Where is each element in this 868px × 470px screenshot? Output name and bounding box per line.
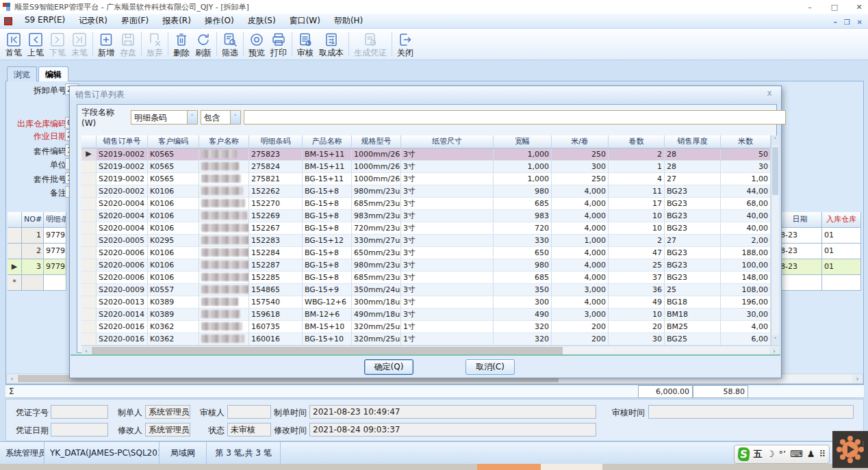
voucher-field-1-3[interactable]: 2021-08-24 09:03:37 (309, 423, 596, 436)
maximize-icon[interactable]: □ (830, 3, 839, 12)
row-selector[interactable] (81, 161, 97, 173)
column-header-11[interactable]: 米数 (721, 135, 771, 148)
column-header-10[interactable]: 销售厚度 (665, 135, 721, 148)
row-selector[interactable] (81, 222, 97, 235)
toolbar-button-close-door[interactable]: 关闭 (394, 30, 416, 58)
wubi-mode-icon[interactable]: 五 (754, 447, 763, 461)
moon-icon[interactable]: ☽ (767, 447, 775, 461)
row-selector[interactable] (8, 228, 22, 244)
dialog-close-icon[interactable]: x (765, 88, 774, 98)
column-header-8[interactable]: 米/卷 (552, 135, 609, 148)
dialog-title-bar[interactable]: 销售订单列表 x (70, 86, 781, 103)
column-header-3[interactable]: 明细条码 (249, 135, 303, 148)
toolbar-button-nav-prev[interactable]: 上笔 (25, 30, 47, 58)
taskbar-orange-item[interactable] (477, 464, 541, 470)
toolbar-button-nav-first[interactable]: 首笔 (3, 30, 25, 58)
table-row[interactable]: 197792 (8, 228, 66, 244)
menu-item-2[interactable]: 界面(F) (114, 13, 155, 29)
column-header-9[interactable]: 卷数 (609, 135, 665, 148)
order-row[interactable]: S2020-0016K0362160735BM-15+10320mm/25um.… (81, 321, 771, 333)
order-row[interactable]: S2020-0006K0106152287BG-15+8980mm/23um..… (81, 259, 771, 272)
row-selector[interactable] (81, 333, 97, 345)
row-selector[interactable] (81, 259, 97, 272)
menu-item-7[interactable]: 帮助(H) (327, 13, 370, 29)
scroll-right-icon[interactable]: › (852, 374, 863, 383)
column-header-6[interactable]: 纸管尺寸 (401, 135, 494, 148)
row-selector[interactable] (81, 198, 97, 210)
order-row[interactable]: S2019-0002K0565275824BM-15+111000mm/26u.… (81, 161, 771, 173)
chevron-down-icon[interactable]: ˅ (187, 111, 197, 124)
order-row[interactable]: S2020-0006K0106152284BG-15+8650mm/23um..… (81, 247, 771, 259)
order-row[interactable]: S2020-0014K0389159618BM-12+6490mm/18um..… (81, 309, 771, 321)
order-row[interactable]: S2020-0004K0106152270BG-15+8685mm/23um..… (81, 198, 771, 210)
scroll-up-icon[interactable]: ˄ (771, 135, 779, 146)
menu-item-5[interactable]: 皮肤(S) (241, 13, 283, 29)
voucher-field-0-3[interactable]: 2021-08-23 10:49:47 (309, 405, 596, 419)
grid-horizontal-scrollbar[interactable]: ‹ › (81, 345, 779, 355)
mdi-close-icon[interactable]: ✕ (857, 18, 863, 26)
column-header-7[interactable]: 宽幅 (494, 135, 552, 148)
column-header-1[interactable]: 客户编码 (148, 135, 199, 148)
table-row[interactable]: ▶397792 (8, 259, 66, 275)
sales-order-grid[interactable]: 销售订单号客户编码客户名称明细条码产品名称规格型号纸管尺寸宽幅米/卷卷数销售厚度… (81, 135, 771, 345)
order-row[interactable]: S2020-0016K0362160016BG-15+10320mm/25um.… (81, 333, 771, 345)
table-row[interactable] (778, 275, 861, 291)
row-selector[interactable] (81, 185, 97, 198)
voucher-field-0-4[interactable] (648, 405, 854, 419)
toolbar-button-printer[interactable]: 打印 (268, 30, 290, 58)
row-selector[interactable] (81, 296, 97, 309)
tab-1[interactable]: 编辑 (38, 66, 68, 81)
toolbar-button-add-doc[interactable]: 新增 (95, 30, 117, 58)
table-row[interactable]: * (8, 275, 66, 291)
scroll-down-icon[interactable]: ˅ (771, 335, 779, 345)
row-selector[interactable]: ▶ (8, 259, 22, 275)
order-row[interactable]: ▶S2019-0002K0565275823BM-15+111000mm/26u… (81, 148, 771, 161)
order-row[interactable]: S2019-0002K0565275821BG-15+111000mm/26u.… (81, 173, 771, 185)
scrollbar-thumb[interactable] (772, 147, 778, 195)
sogou-logo-icon[interactable]: S (737, 447, 750, 461)
menu-grid-icon[interactable]: ⠿ (819, 447, 826, 461)
column-header-4[interactable]: 产品名称 (303, 135, 352, 148)
column-header-5[interactable]: 规格型号 (352, 135, 401, 148)
row-selector[interactable]: ▶ (81, 148, 97, 161)
column-header-2[interactable]: 客户名称 (199, 135, 249, 148)
column-header-0[interactable]: 销售订单号 (97, 135, 148, 148)
order-row[interactable]: S2020-0002K0106152262BG-15+8980mm/23um..… (81, 185, 771, 198)
row-selector[interactable] (81, 247, 97, 259)
row-selector[interactable] (8, 244, 22, 259)
menu-item-6[interactable]: 窗口(W) (283, 13, 327, 29)
order-row[interactable]: S2020-0004K0106152267BG-15+8720mm/23um..… (81, 222, 771, 235)
order-row[interactable]: S2020-0006K0106152285BG-15+8685mm/23um..… (81, 272, 771, 284)
row-selector[interactable] (81, 210, 97, 222)
chevron-down-icon[interactable]: ˅ (230, 111, 240, 124)
filter-value-input[interactable] (244, 110, 786, 125)
toolbar-button-calculator[interactable]: 取成本 (316, 30, 346, 58)
minimize-icon[interactable]: – (805, 3, 815, 12)
row-selector[interactable] (81, 235, 97, 247)
row-selector[interactable] (81, 284, 97, 296)
close-icon[interactable]: ✕ (854, 3, 864, 12)
toolbar-button-preview-eye[interactable]: 预览 (246, 30, 268, 58)
table-row[interactable]: 8-2301 (778, 244, 861, 259)
order-row[interactable]: S2020-0004K0106152269BG-15+8983mm/23um..… (81, 210, 771, 222)
mdi-minimize-icon[interactable]: – (834, 18, 837, 26)
order-row[interactable]: S2020-0013K0389157540WBG-12+6300mm/18um.… (81, 296, 771, 309)
keyboard-icon[interactable]: ⌨ (790, 447, 803, 461)
row-selector[interactable] (81, 321, 97, 333)
table-row[interactable]: 297792 (8, 244, 66, 259)
menu-item-0[interactable]: S9 ERP(E) (18, 13, 72, 29)
punctuation-icon[interactable]: °’ (778, 447, 786, 461)
row-selector[interactable] (81, 173, 97, 185)
order-row[interactable]: S2020-0005K0295152283BG-15+12330mm/27um.… (81, 235, 771, 247)
mdi-restore-icon[interactable]: ❐ (844, 18, 850, 26)
menu-item-4[interactable]: 操作(O) (198, 13, 241, 29)
toolbar-button-refresh[interactable]: 刷新 (192, 30, 214, 58)
grid-vertical-scrollbar[interactable]: ˄ ˅ (771, 135, 779, 345)
user-icon[interactable]: ♟ (807, 447, 815, 461)
ime-toolbar[interactable]: S 五 ☽°’⌨♟⠿ (734, 445, 830, 464)
order-row[interactable]: S2020-0009K0557154865BG-15+9350mm/24um..… (81, 284, 771, 296)
row-selector[interactable] (81, 309, 97, 321)
menu-item-3[interactable]: 报表(R) (155, 13, 198, 29)
operator-select[interactable]: 包含 ˅ (201, 110, 241, 125)
taskbar-light-item[interactable] (541, 464, 602, 470)
